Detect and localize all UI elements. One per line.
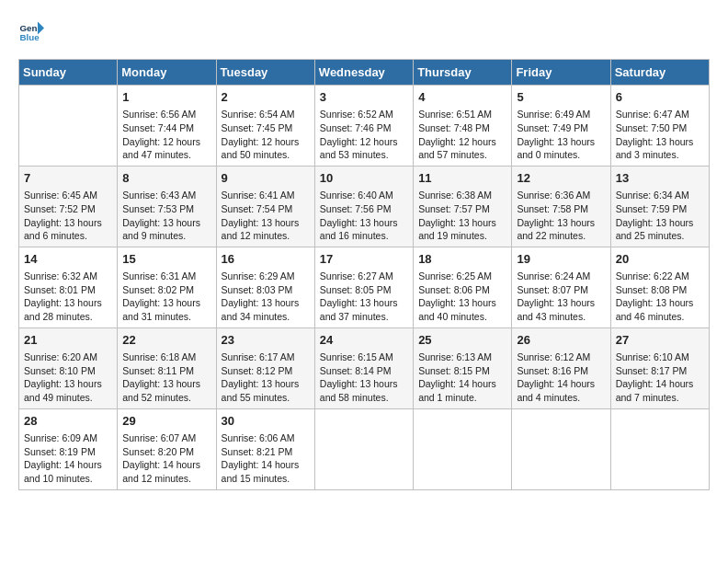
calendar-cell: 2Sunrise: 6:54 AM Sunset: 7:45 PM Daylig… [216,86,314,167]
day-info: Sunrise: 6:52 AM Sunset: 7:46 PM Dayligh… [320,108,408,162]
header: Gen Blue [18,18,710,44]
calendar-cell: 4Sunrise: 6:51 AM Sunset: 7:48 PM Daylig… [414,86,512,167]
calendar-cell [314,408,413,489]
calendar-cell: 15Sunrise: 6:31 AM Sunset: 8:02 PM Dayli… [118,247,216,327]
calendar-cell: 21Sunrise: 6:20 AM Sunset: 8:10 PM Dayli… [19,327,118,408]
week-row-5: 28Sunrise: 6:09 AM Sunset: 8:19 PM Dayli… [19,408,710,489]
day-info: Sunrise: 6:31 AM Sunset: 8:02 PM Dayligh… [122,270,210,324]
weekday-header-friday: Friday [512,60,610,86]
day-info: Sunrise: 6:49 AM Sunset: 7:49 PM Dayligh… [517,108,605,162]
day-info: Sunrise: 6:38 AM Sunset: 7:57 PM Dayligh… [418,189,506,243]
calendar-cell: 1Sunrise: 6:56 AM Sunset: 7:44 PM Daylig… [118,86,216,167]
day-info: Sunrise: 6:09 AM Sunset: 8:19 PM Dayligh… [24,431,112,486]
logo-icon: Gen Blue [18,18,44,44]
calendar-cell: 11Sunrise: 6:38 AM Sunset: 7:57 PM Dayli… [414,166,512,247]
calendar-cell: 3Sunrise: 6:52 AM Sunset: 7:46 PM Daylig… [314,86,413,167]
week-row-2: 7Sunrise: 6:45 AM Sunset: 7:52 PM Daylig… [19,166,710,247]
weekday-header-wednesday: Wednesday [314,60,413,86]
day-number: 5 [517,89,605,106]
calendar-cell: 28Sunrise: 6:09 AM Sunset: 8:19 PM Dayli… [19,408,118,489]
day-number: 15 [122,251,210,268]
day-info: Sunrise: 6:40 AM Sunset: 7:56 PM Dayligh… [320,189,408,243]
day-info: Sunrise: 6:29 AM Sunset: 8:03 PM Dayligh… [222,270,310,324]
calendar-cell: 19Sunrise: 6:24 AM Sunset: 8:07 PM Dayli… [512,247,610,327]
day-number: 9 [222,170,310,187]
svg-text:Blue: Blue [19,32,40,42]
day-info: Sunrise: 6:13 AM Sunset: 8:15 PM Dayligh… [418,350,506,405]
day-number: 12 [517,170,605,187]
day-number: 26 [517,332,605,349]
day-number: 10 [320,170,408,187]
day-number: 11 [418,170,506,187]
calendar-cell [512,408,610,489]
day-info: Sunrise: 6:25 AM Sunset: 8:06 PM Dayligh… [418,270,506,324]
weekday-header-tuesday: Tuesday [216,60,314,86]
day-info: Sunrise: 6:20 AM Sunset: 8:10 PM Dayligh… [24,350,112,405]
calendar-cell: 5Sunrise: 6:49 AM Sunset: 7:49 PM Daylig… [512,86,610,167]
day-info: Sunrise: 6:36 AM Sunset: 7:58 PM Dayligh… [517,189,605,243]
day-number: 27 [616,332,704,349]
calendar-table: SundayMondayTuesdayWednesdayThursdayFrid… [18,59,710,490]
day-info: Sunrise: 6:07 AM Sunset: 8:20 PM Dayligh… [122,431,210,486]
day-number: 1 [122,89,210,106]
day-number: 30 [222,413,310,430]
day-number: 6 [616,89,704,106]
day-number: 4 [418,89,506,106]
calendar-cell: 29Sunrise: 6:07 AM Sunset: 8:20 PM Dayli… [118,408,216,489]
calendar-cell: 12Sunrise: 6:36 AM Sunset: 7:58 PM Dayli… [512,166,610,247]
day-info: Sunrise: 6:56 AM Sunset: 7:44 PM Dayligh… [122,108,210,162]
day-number: 24 [320,332,408,349]
week-row-4: 21Sunrise: 6:20 AM Sunset: 8:10 PM Dayli… [19,327,710,408]
calendar-cell: 30Sunrise: 6:06 AM Sunset: 8:21 PM Dayli… [216,408,314,489]
day-info: Sunrise: 6:22 AM Sunset: 8:08 PM Dayligh… [616,270,704,324]
day-info: Sunrise: 6:47 AM Sunset: 7:50 PM Dayligh… [616,108,704,162]
weekday-header-saturday: Saturday [610,60,709,86]
calendar-cell: 8Sunrise: 6:43 AM Sunset: 7:53 PM Daylig… [118,166,216,247]
calendar-cell: 13Sunrise: 6:34 AM Sunset: 7:59 PM Dayli… [610,166,709,247]
day-number: 29 [122,413,210,430]
day-info: Sunrise: 6:43 AM Sunset: 7:53 PM Dayligh… [122,189,210,243]
day-number: 8 [122,170,210,187]
day-number: 16 [222,251,310,268]
day-info: Sunrise: 6:18 AM Sunset: 8:11 PM Dayligh… [122,350,210,405]
day-info: Sunrise: 6:10 AM Sunset: 8:17 PM Dayligh… [616,350,704,405]
weekday-header-sunday: Sunday [19,60,118,86]
day-info: Sunrise: 6:51 AM Sunset: 7:48 PM Dayligh… [418,108,506,162]
day-info: Sunrise: 6:32 AM Sunset: 8:01 PM Dayligh… [24,270,112,324]
day-info: Sunrise: 6:15 AM Sunset: 8:14 PM Dayligh… [320,350,408,405]
weekday-header-thursday: Thursday [414,60,512,86]
week-row-1: 1Sunrise: 6:56 AM Sunset: 7:44 PM Daylig… [19,86,710,167]
svg-marker-2 [38,22,44,35]
calendar-cell: 6Sunrise: 6:47 AM Sunset: 7:50 PM Daylig… [610,86,709,167]
day-info: Sunrise: 6:34 AM Sunset: 7:59 PM Dayligh… [616,189,704,243]
day-number: 20 [616,251,704,268]
day-info: Sunrise: 6:41 AM Sunset: 7:54 PM Dayligh… [222,189,310,243]
calendar-cell: 25Sunrise: 6:13 AM Sunset: 8:15 PM Dayli… [414,327,512,408]
calendar-cell: 27Sunrise: 6:10 AM Sunset: 8:17 PM Dayli… [610,327,709,408]
calendar-cell: 14Sunrise: 6:32 AM Sunset: 8:01 PM Dayli… [19,247,118,327]
day-info: Sunrise: 6:12 AM Sunset: 8:16 PM Dayligh… [517,350,605,405]
calendar-cell: 17Sunrise: 6:27 AM Sunset: 8:05 PM Dayli… [314,247,413,327]
calendar-cell: 24Sunrise: 6:15 AM Sunset: 8:14 PM Dayli… [314,327,413,408]
calendar-cell: 26Sunrise: 6:12 AM Sunset: 8:16 PM Dayli… [512,327,610,408]
day-number: 22 [122,332,210,349]
day-info: Sunrise: 6:27 AM Sunset: 8:05 PM Dayligh… [320,270,408,324]
day-number: 18 [418,251,506,268]
day-number: 21 [24,332,112,349]
day-info: Sunrise: 6:06 AM Sunset: 8:21 PM Dayligh… [222,431,310,486]
day-info: Sunrise: 6:45 AM Sunset: 7:52 PM Dayligh… [24,189,112,243]
day-number: 2 [222,89,310,106]
day-number: 3 [320,89,408,106]
week-row-3: 14Sunrise: 6:32 AM Sunset: 8:01 PM Dayli… [19,247,710,327]
calendar-cell: 10Sunrise: 6:40 AM Sunset: 7:56 PM Dayli… [314,166,413,247]
calendar-cell: 22Sunrise: 6:18 AM Sunset: 8:11 PM Dayli… [118,327,216,408]
day-number: 13 [616,170,704,187]
day-number: 17 [320,251,408,268]
day-number: 28 [24,413,112,430]
weekday-header-monday: Monday [118,60,216,86]
day-number: 23 [222,332,310,349]
weekday-header-row: SundayMondayTuesdayWednesdayThursdayFrid… [19,60,710,86]
day-info: Sunrise: 6:17 AM Sunset: 8:12 PM Dayligh… [222,350,310,405]
day-number: 19 [517,251,605,268]
calendar-cell [610,408,709,489]
